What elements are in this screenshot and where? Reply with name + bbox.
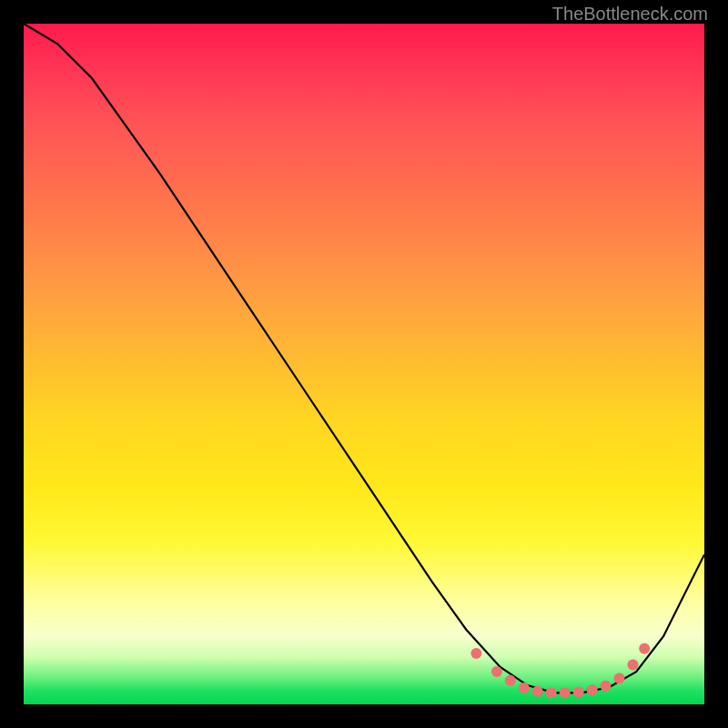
chart-area bbox=[24, 24, 704, 704]
watermark-text: TheBottleneck.com bbox=[552, 4, 708, 25]
gradient-background bbox=[24, 24, 704, 704]
